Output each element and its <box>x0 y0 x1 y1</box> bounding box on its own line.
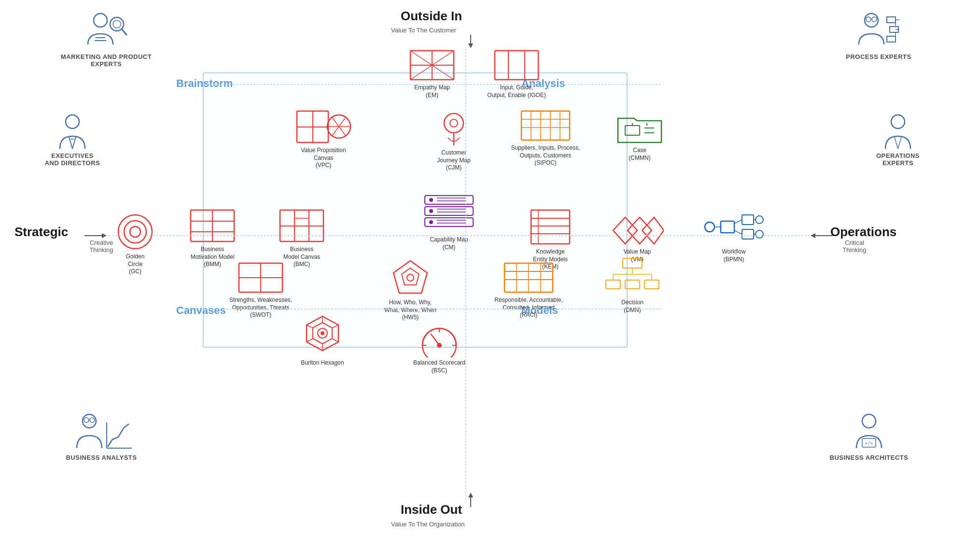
svg-point-108 <box>756 216 763 224</box>
svg-point-16 <box>872 17 877 22</box>
em-icon <box>408 48 456 82</box>
svg-line-112 <box>734 230 742 234</box>
process-experts-node: PROCESS EXPERTS <box>830 10 927 60</box>
outside-in-sub: Value To The Customer <box>391 27 456 34</box>
svg-point-15 <box>866 17 871 22</box>
bsc-icon <box>418 314 461 357</box>
svg-rect-134 <box>625 280 640 289</box>
dmn-icon <box>603 256 661 297</box>
analysts-label: BUSINESS ANALYSTS <box>66 454 137 461</box>
ops-experts-node: OPERATIONSEXPERTS <box>850 111 946 167</box>
vpc-icon <box>294 109 352 145</box>
svg-rect-133 <box>606 280 620 289</box>
em-node: Empathy Map(EM) <box>401 48 463 99</box>
svg-marker-7 <box>811 233 815 238</box>
swot-node: Strengths, Weaknesses,Opportunities, Thr… <box>217 261 304 319</box>
vpc-label: Value PropositionCanvas(VPC) <box>301 147 346 170</box>
svg-point-34 <box>90 418 95 423</box>
svg-point-87 <box>429 198 433 202</box>
svg-point-38 <box>862 414 876 428</box>
brainstorm-label: Brainstorm <box>176 77 233 90</box>
svg-point-151 <box>437 343 442 348</box>
sipoc-icon <box>519 109 572 142</box>
vm-icon <box>611 215 664 246</box>
kem-icon <box>529 208 572 246</box>
svg-point-88 <box>429 209 433 213</box>
bmm-icon <box>188 208 237 244</box>
svg-point-73 <box>124 221 146 243</box>
cmmn-icon <box>616 109 664 145</box>
bmc-node: BusinessModel Canvas(BMC) <box>266 208 338 268</box>
svg-point-89 <box>429 220 433 224</box>
svg-line-143 <box>307 339 313 342</box>
diagram: Brainstorm Analysis Canvases Models Outs… <box>0 0 980 551</box>
inside-out-label: Inside Out <box>401 502 462 517</box>
strategic-label: Strategic <box>14 225 68 240</box>
analysts-icon <box>70 410 133 454</box>
operations-label: Operations <box>830 225 896 240</box>
ops-experts-label: OPERATIONSEXPERTS <box>876 152 920 167</box>
svg-point-72 <box>118 215 152 249</box>
svg-rect-106 <box>742 215 754 225</box>
operations-arrow <box>804 231 833 240</box>
svg-rect-67 <box>625 126 640 135</box>
marketing-experts-node: MARKETING AND PRODUCTEXPERTS <box>58 10 154 68</box>
cm-label: Capability Map(CM) <box>430 236 468 251</box>
inside-out-sub: Value To The Organization <box>391 521 465 528</box>
igoe-node: Input, Guide,Output, Enable (IGOE) <box>478 48 555 99</box>
process-icon <box>852 10 905 53</box>
svg-rect-48 <box>495 51 538 80</box>
architects-label: BUSINESS ARCHITECTS <box>830 454 909 461</box>
raci-node: Responsible, Accountable,Consulted, Info… <box>483 261 574 319</box>
raci-label: Responsible, Accountable,Consulted, Info… <box>494 297 562 319</box>
dmn-label: Decision(DMN) <box>621 299 644 314</box>
svg-marker-1 <box>468 43 473 48</box>
svg-point-8 <box>94 14 107 27</box>
bpmn-label: Workflow(BPMN) <box>722 248 745 263</box>
svg-line-111 <box>734 220 742 224</box>
svg-point-25 <box>66 115 79 128</box>
svg-rect-127 <box>623 258 642 268</box>
gc-label: GoldenCircle(GC) <box>126 253 145 276</box>
architects-icon: </> <box>845 410 893 454</box>
bsc-node: Balanced Scorecard(BSC) <box>401 314 478 374</box>
svg-line-31 <box>898 137 901 149</box>
swot-label: Strengths, Weaknesses,Opportunities, Thr… <box>229 297 292 319</box>
svg-point-109 <box>756 230 763 238</box>
svg-point-29 <box>891 115 905 128</box>
burlton-icon <box>301 314 344 357</box>
svg-rect-107 <box>742 229 754 239</box>
svg-point-58 <box>444 113 463 133</box>
svg-line-47 <box>432 65 454 80</box>
bpmn-icon <box>702 208 765 246</box>
em-label: Empathy Map(EM) <box>414 84 450 99</box>
svg-point-13 <box>113 20 121 28</box>
svg-line-46 <box>410 65 432 80</box>
cjm-icon <box>434 109 473 147</box>
svg-line-140 <box>332 325 338 328</box>
sipoc-label: Suppliers, Inputs, Process,Outputs, Cust… <box>511 144 580 167</box>
svg-line-45 <box>432 51 454 65</box>
svg-rect-60 <box>521 111 570 140</box>
svg-marker-101 <box>613 217 637 244</box>
svg-marker-103 <box>642 217 664 244</box>
burlton-node: Burlton Hexagon <box>289 314 356 367</box>
cm-icon <box>422 193 476 234</box>
dmn-node: Decision(DMN) <box>599 256 666 314</box>
svg-line-144 <box>307 325 313 328</box>
svg-point-74 <box>130 226 140 237</box>
bpmn-node: Workflow(BPMN) <box>698 208 770 263</box>
svg-line-141 <box>332 339 338 342</box>
svg-point-59 <box>450 119 458 127</box>
process-label: PROCESS EXPERTS <box>846 53 911 60</box>
critical-thinking-label: CriticalThinking <box>830 239 879 254</box>
raci-icon <box>502 261 555 295</box>
cjm-label: CustomerJourney Map(CJM) <box>437 149 470 172</box>
bmc-icon <box>278 208 326 244</box>
cm-node: Capability Map(CM) <box>415 193 483 251</box>
igoe-label: Input, Guide,Output, Enable (IGOE) <box>487 84 546 99</box>
cmmn-label: Case(CMMN) <box>629 147 650 162</box>
svg-point-104 <box>705 222 714 232</box>
svg-line-30 <box>895 137 898 149</box>
marketing-label: MARKETING AND PRODUCTEXPERTS <box>61 53 152 68</box>
